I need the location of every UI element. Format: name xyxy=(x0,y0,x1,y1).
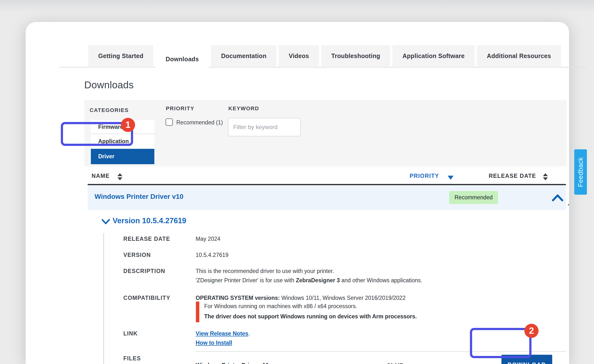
details-left-rule xyxy=(103,233,104,364)
file-name: Windows Printer Driver v10.exe xyxy=(196,362,280,364)
tab-documentation[interactable]: Documentation xyxy=(211,45,276,67)
download-button[interactable]: DOWNLOAD xyxy=(501,355,552,364)
recommended-checkbox-label: Recommended (1) xyxy=(176,119,223,126)
column-header-name[interactable]: NAME xyxy=(92,173,110,179)
sort-up-arrow xyxy=(117,173,122,176)
version-heading[interactable]: Version 10.5.4.27619 xyxy=(113,216,186,225)
artifact-dot xyxy=(568,204,569,205)
version-chevron-down-icon[interactable] xyxy=(101,219,110,226)
view-release-notes-link[interactable]: View Release Notes xyxy=(196,330,248,337)
files-label: FILES xyxy=(123,355,141,362)
recommended-checkbox[interactable] xyxy=(165,118,173,126)
description-line2: 'ZDesigner Printer Driver' is for use wi… xyxy=(196,277,422,284)
feedback-tab[interactable]: Feedback xyxy=(574,149,587,195)
sort-up-arrow xyxy=(543,173,548,176)
version-label: VERSION xyxy=(123,252,151,258)
files-divider xyxy=(196,351,566,352)
sort-icon-release-date[interactable] xyxy=(543,173,548,180)
release-date-value: May 2024 xyxy=(196,236,220,242)
compatibility-note-line2: The driver does not support Windows runn… xyxy=(204,313,489,320)
sort-down-arrow xyxy=(543,177,548,180)
description-line2-bold: ZebraDesigner 3 xyxy=(296,277,340,283)
collapse-row-chevron-up-icon[interactable] xyxy=(551,193,564,204)
tab-bar: Getting Started Downloads Documentation … xyxy=(88,45,561,73)
page: Getting Started Downloads Documentation … xyxy=(0,0,594,364)
categories-label: CATEGORIES xyxy=(90,107,129,113)
recommended-status-badge: Recommended xyxy=(449,191,498,204)
filter-panel xyxy=(84,100,567,166)
keyword-label: KEYWORD xyxy=(228,105,259,112)
how-to-install-line: How to Install xyxy=(196,340,232,346)
link-label: LINK xyxy=(123,330,138,337)
compatibility-note-line1: For Windows running on machines with x86… xyxy=(204,303,489,310)
keyword-filter-input[interactable] xyxy=(228,118,301,136)
sort-icon-name[interactable] xyxy=(117,173,122,180)
release-notes-period: . xyxy=(248,330,250,337)
column-header-priority[interactable]: PRIORITY xyxy=(410,173,439,179)
compatibility-label: COMPATIBILITY xyxy=(123,295,170,301)
release-date-label: RELEASE DATE xyxy=(123,236,170,242)
driver-title-link[interactable]: Windows Printer Driver v10 xyxy=(95,193,183,201)
top-shadow xyxy=(0,0,594,13)
tab-getting-started[interactable]: Getting Started xyxy=(88,45,153,67)
page-title: Downloads xyxy=(84,80,134,91)
content-card: Getting Started Downloads Documentation … xyxy=(26,22,569,364)
tab-troubleshooting[interactable]: Troubleshooting xyxy=(321,45,390,67)
tab-application-software[interactable]: Application Software xyxy=(392,45,475,67)
sort-down-arrow xyxy=(117,177,122,180)
compatibility-os-line: OPERATING SYSTEM versions: Windows 10/11… xyxy=(196,295,405,301)
description-line2-prefix: 'ZDesigner Printer Driver' is for use wi… xyxy=(196,277,296,283)
file-size: 31 MB xyxy=(387,362,403,364)
tab-videos[interactable]: Videos xyxy=(279,45,319,67)
category-item-driver-selected[interactable]: Driver xyxy=(91,149,154,164)
tab-downloads[interactable]: Downloads xyxy=(156,45,209,73)
feedback-tab-label: Feedback xyxy=(577,157,584,187)
release-notes-line: View Release Notes. xyxy=(196,330,250,337)
category-item-application[interactable]: Application xyxy=(91,134,154,148)
column-header-release-date[interactable]: RELEASE DATE xyxy=(489,173,536,179)
description-label: DESCRIPTION xyxy=(123,268,165,274)
description-line2-suffix: and other Windows applications. xyxy=(340,277,422,283)
how-to-install-link[interactable]: How to Install xyxy=(196,340,232,346)
description-line1: This is the recommended driver to use wi… xyxy=(196,268,334,274)
compatibility-alert-block: For Windows running on machines with x86… xyxy=(196,302,489,322)
sort-icon-priority-desc[interactable] xyxy=(448,176,454,180)
compatibility-os-bold: OPERATING SYSTEM versions: xyxy=(196,295,280,301)
compatibility-os-rest: Windows 10/11, Windows Server 2016/2019/… xyxy=(280,295,406,301)
annotation-step2-badge: 2 xyxy=(524,324,539,338)
annotation-step1-badge: 1 xyxy=(121,118,135,132)
version-value: 10.5.4.27619 xyxy=(196,252,228,258)
priority-label: PRIORITY xyxy=(166,105,194,112)
tab-additional-resources[interactable]: Additional Resources xyxy=(477,45,561,67)
